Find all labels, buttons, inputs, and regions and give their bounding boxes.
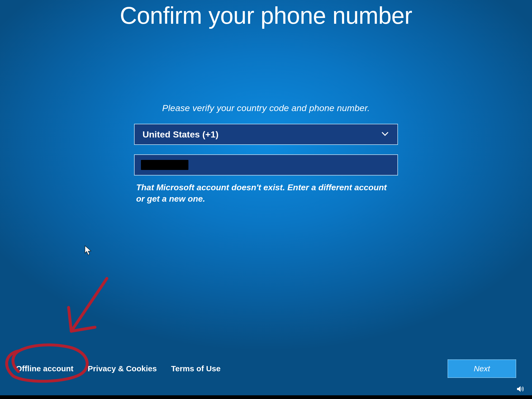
redacted-phone-value bbox=[141, 160, 188, 170]
page-title: Confirm your phone number bbox=[0, 2, 532, 29]
bottom-links: Offline account Privacy & Cookies Terms … bbox=[16, 364, 221, 373]
phone-number-input[interactable] bbox=[134, 154, 398, 175]
terms-of-use-link[interactable]: Terms of Use bbox=[171, 364, 221, 373]
country-code-selected: United States (+1) bbox=[142, 129, 218, 140]
bottom-bar: Offline account Privacy & Cookies Terms … bbox=[16, 359, 516, 378]
country-code-dropdown[interactable]: United States (+1) bbox=[134, 124, 398, 145]
instruction-text: Please verify your country code and phon… bbox=[134, 103, 398, 113]
mouse-cursor-icon bbox=[84, 245, 92, 256]
volume-icon[interactable] bbox=[516, 385, 524, 393]
svg-marker-0 bbox=[85, 246, 91, 255]
offline-account-link[interactable]: Offline account bbox=[16, 364, 73, 373]
phone-verification-form: Please verify your country code and phon… bbox=[134, 103, 398, 205]
chevron-down-icon bbox=[381, 129, 390, 139]
error-message: That Microsoft account doesn't exist. En… bbox=[134, 182, 398, 205]
next-button[interactable]: Next bbox=[448, 359, 516, 378]
privacy-cookies-link[interactable]: Privacy & Cookies bbox=[88, 364, 157, 373]
screen-bezel-edge bbox=[0, 395, 532, 399]
